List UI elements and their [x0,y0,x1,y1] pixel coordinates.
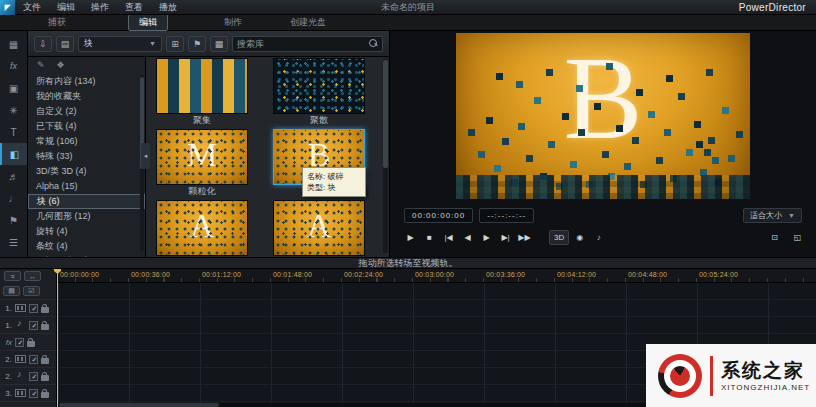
track-enable-checkbox[interactable] [29,389,38,398]
range-select-button[interactable]: ↔ [24,271,41,281]
track-enable-checkbox[interactable] [29,321,38,330]
volume-button[interactable]: ♪ [590,230,607,245]
category-stripe[interactable]: 条纹 (4) [28,239,145,254]
next-button[interactable]: ▶| [497,230,514,245]
master-enable-toggle[interactable]: ☑ [23,286,40,296]
snapshot-button[interactable]: ◉ [571,230,588,245]
fullscreen-button[interactable]: ◱ [789,230,806,245]
tab-create-disc[interactable]: 创建光盘 [280,15,336,30]
step-forward-button[interactable]: ▶ [478,230,495,245]
thumbnail-letter: M [187,136,217,174]
track-lock-icon[interactable] [41,324,49,330]
tab-edit[interactable]: 编辑 [128,14,168,31]
category-3d[interactable]: 3D/类 3D (4) [28,164,145,179]
menu-operation[interactable]: 操作 [83,1,117,14]
import-media-button[interactable]: ⇩ [34,36,52,52]
powerdirector-window: ◤ 文件 编辑 操作 查看 播放 未命名的项目 PowerDirector 捕获… [0,0,816,407]
project-title: 未命名的项目 [381,1,435,14]
detach-window-icon: ⊡ [771,233,778,242]
fit-size-dropdown[interactable]: 适合大小 ▼ [743,208,802,223]
tag-button[interactable]: ⚑ [188,36,206,52]
category-geometric[interactable]: 几何图形 (12) [28,209,145,224]
import-folder-button[interactable]: ▤ [56,36,74,52]
collapse-panel-handle[interactable]: ◂ [141,143,150,169]
voice-over-room-button[interactable]: ♩ [0,187,27,209]
menu-play[interactable]: 播放 [151,1,185,14]
search-input[interactable] [237,39,369,49]
edit-tags-icon[interactable]: ✎ [37,60,45,72]
transition-item-granulate[interactable]: M [156,129,248,185]
import-icon: ⇩ [39,39,47,49]
track-header-column: ▤ ☑ 1. 1. fx 2. [0,283,57,407]
view-mode-button[interactable]: ▦ [210,36,228,52]
transition-item-scatter[interactable] [273,58,365,114]
watermark-title: 系统之家 [721,359,810,383]
category-alpha[interactable]: Alpha (15) [28,179,145,194]
track-enable-checkbox[interactable] [29,304,38,313]
track-lock-icon[interactable] [41,307,49,313]
grid-scrollbar[interactable] [383,59,388,253]
search-icon [369,39,378,48]
category-favorites[interactable]: 我的收藏夹 [28,89,145,104]
xitongzhijia-logo-icon [658,354,702,398]
subtitle-room-button[interactable]: ☰ [0,231,27,253]
category-custom[interactable]: 自定义 (2) [28,104,145,119]
category-block[interactable]: 块 (6) [28,194,145,209]
title-room-button[interactable]: T [0,121,27,143]
transition-filter-dropdown[interactable]: 块 ▼ [78,36,162,52]
transition-item[interactable]: A [273,200,365,256]
library-body: ✎ ❖ 所有内容 (134) 我的收藏夹 自定义 (2) 已下载 (4) 常规 … [28,57,389,257]
manage-tags-icon[interactable]: ❖ [57,60,65,72]
audio-track-icon [15,321,26,329]
library-panel: ⇩ ▤ 块 ▼ ⊞ ⚑ ▦ ✎ ❖ [28,31,390,257]
transition-room-button[interactable]: ◧ [0,143,27,165]
transition-item[interactable]: A [156,200,248,256]
3d-mode-button[interactable]: 3D [549,230,569,245]
track-enable-checkbox[interactable] [29,355,38,364]
audio-mixing-room-button[interactable]: ♬ [0,165,27,187]
category-general[interactable]: 常规 (106) [28,134,145,149]
fast-forward-button[interactable]: ▶▶ [516,230,533,245]
track-enable-checkbox[interactable] [15,338,24,347]
category-downloaded[interactable]: 已下载 (4) [28,119,145,134]
tab-produce[interactable]: 制作 [214,15,252,30]
ruler-timestamp: 00:02:24:00 [344,271,383,278]
step-forward-icon: ▶ [483,233,489,242]
particle-room-button[interactable]: ✳ [0,99,27,121]
effect-room-button[interactable]: fx [0,55,27,77]
overlay-room-button[interactable]: ▣ [0,77,27,99]
menu-edit[interactable]: 编辑 [49,1,83,14]
grid-view-icon: ▦ [215,39,224,49]
previous-button[interactable]: |◀ [440,230,457,245]
track-lock-icon[interactable] [41,392,49,398]
tab-capture[interactable]: 捕获 [38,15,76,30]
category-rotate[interactable]: 旋转 (4) [28,224,145,239]
chapter-room-button[interactable]: ⚑ [0,209,27,231]
step-back-button[interactable]: ◀ [459,230,476,245]
menu-file[interactable]: 文件 [15,1,49,14]
play-button[interactable]: ▶ [402,230,419,245]
stop-button[interactable]: ■ [421,230,438,245]
playhead-line[interactable] [57,269,58,407]
transition-item-gather[interactable] [156,58,248,114]
detach-preview-button[interactable]: ⊡ [766,230,783,245]
media-room-button[interactable]: ▦ [0,33,27,55]
pixel-noise-band [456,175,750,199]
new-folder-button[interactable]: ⊞ [166,36,184,52]
track-lock-icon[interactable] [41,358,49,364]
track-lock-icon[interactable] [27,341,35,347]
category-overlay[interactable]: 叠加（透明度） [28,254,145,257]
menu-view[interactable]: 查看 [117,1,151,14]
category-special[interactable]: 特殊 (33) [28,149,145,164]
track-enable-checkbox[interactable] [29,372,38,381]
timeline-ruler[interactable]: ≡ ↔ 00:00:00:00 00:00:36:00 00:01:12:00 … [0,269,816,283]
category-all-content[interactable]: 所有内容 (134) [28,74,145,89]
thumbnail-letter: A [190,207,215,245]
chevron-down-icon: ▼ [149,40,156,47]
video-track-2-header: 2. [0,351,56,368]
ruler-timestamp: 00:05:24:00 [699,271,738,278]
chapter-room-icon: ⚑ [9,215,18,226]
master-video-toggle[interactable]: ▤ [3,286,20,296]
track-manager-button[interactable]: ≡ [4,271,21,281]
track-lock-icon[interactable] [41,375,49,381]
